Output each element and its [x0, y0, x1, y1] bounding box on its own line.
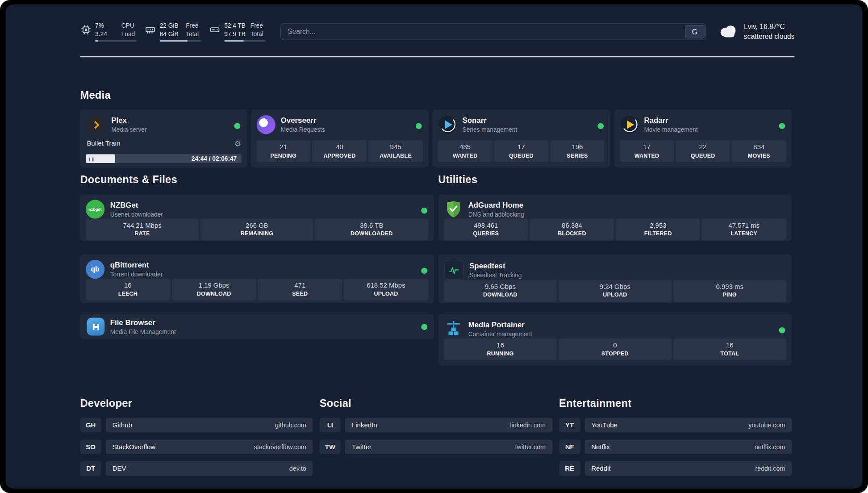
link-icon-linkedin[interactable]: LI: [320, 418, 341, 432]
stat-value: 471: [259, 281, 341, 290]
stat-label: UPLOAD: [345, 290, 427, 297]
filebrowser-icon: [87, 318, 104, 336]
status-dot: [597, 123, 604, 129]
pause-icon[interactable]: [89, 154, 94, 163]
ram-total-value: 64 GiB: [160, 30, 182, 38]
disk-free-value: 52.4 TB: [224, 22, 246, 30]
app-card-plex[interactable]: Plex Media server Bullet Train ⚙ 24:44 /…: [80, 109, 246, 167]
app-subtitle: Speedtest Tracking: [469, 271, 522, 279]
link-row: LI LinkedIn linkedin.com: [320, 418, 552, 432]
link-icon-twitter[interactable]: TW: [320, 439, 341, 454]
cpu-label: CPU: [121, 22, 135, 30]
link-icon-youtube[interactable]: YT: [559, 418, 580, 432]
link-github[interactable]: Github github.com: [106, 418, 313, 432]
stat-label: DOWNLOAD: [173, 290, 255, 297]
disk-free-label: Free: [250, 22, 263, 30]
stat-tile: 0 STOPPED: [559, 338, 672, 360]
stat-tile: 196 SERIES: [550, 140, 605, 162]
qbittorrent-icon: qb: [86, 260, 104, 279]
app-card-nzbget[interactable]: nzbget NZBGet Usenet downloader 744.21 M…: [80, 194, 434, 241]
stats-row: 485 WANTED 17 QUEUED 196 SERIES: [438, 140, 605, 162]
stats-row: 21 PENDING 40 APPROVED 945 AVAILABLE: [256, 140, 423, 162]
stat-tile: 16 TOTAL: [673, 338, 786, 360]
disk-monitor: 52.4 TB 97.9 TB Free Total: [209, 22, 266, 42]
link-row: DT DEV dev.to: [80, 461, 313, 476]
search-box: G: [280, 23, 706, 40]
link-name: YouTube: [591, 421, 618, 429]
stat-tile: 39.6 TB DOWNLOADED: [315, 219, 428, 240]
stat-value: 744.21 Mbps: [87, 221, 197, 230]
link-url: netflix.com: [755, 443, 785, 450]
app-name: Overseerr: [281, 116, 325, 125]
section-title-social: Social: [320, 396, 552, 410]
app-subtitle: Media server: [111, 125, 146, 134]
stat-label: FILTERED: [617, 230, 699, 238]
app-card-portainer[interactable]: Media Portainer Container management 16 …: [438, 314, 792, 366]
app-card-sonarr[interactable]: Sonarr Series management 485 WANTED 17 Q…: [432, 109, 610, 167]
stat-label: RUNNING: [445, 350, 555, 357]
link-stackoverflow[interactable]: StackOverflow stackoverflow.com: [106, 439, 313, 454]
ram-monitor: 22 GiB 64 GiB Free Total: [145, 22, 201, 42]
overseerr-icon: [256, 115, 275, 134]
stat-value: 16: [87, 281, 169, 290]
app-card-adguard[interactable]: AdGuard Home DNS and adblocking 498,461 …: [438, 194, 792, 241]
app-name: Speedtest: [469, 261, 522, 271]
weather-condition: scattered clouds: [744, 32, 794, 42]
section-entertainment: Entertainment YT YouTube youtube.com NF …: [559, 396, 792, 483]
section-title-documents: Documents & Files: [80, 172, 434, 187]
stats-row: 17 WANTED 22 QUEUED 834 MOVIES: [620, 140, 786, 162]
stat-value: 945: [370, 142, 422, 151]
app-card-filebrowser[interactable]: File Browser Media File Management: [80, 314, 434, 339]
app-card-radarr[interactable]: Radarr Movie management 17 WANTED 22 QUE…: [614, 109, 792, 167]
gear-icon[interactable]: ⚙: [234, 140, 242, 147]
stat-value: 9.65 Gbps: [445, 282, 555, 291]
link-linkedin[interactable]: LinkedIn linkedin.com: [345, 418, 552, 432]
now-playing-title: Bullet Train: [87, 140, 120, 147]
app-card-qbittorrent[interactable]: qb qBittorrent Torrent downloader 16 LEE…: [80, 254, 434, 303]
link-name: DEV: [113, 465, 126, 472]
stat-label: QUERIES: [445, 230, 527, 238]
link-icon-dev[interactable]: DT: [80, 461, 101, 476]
app-name: Radarr: [644, 116, 697, 125]
status-dot: [779, 327, 785, 334]
link-netflix[interactable]: Netflix netflix.com: [584, 439, 792, 454]
link-icon-github[interactable]: GH: [80, 418, 101, 432]
stat-value: 485: [439, 142, 491, 151]
status-dot: [421, 267, 427, 274]
stats-row: 16 RUNNING 0 STOPPED 16 TOTAL: [444, 338, 786, 360]
stat-label: PENDING: [257, 152, 309, 159]
link-dev[interactable]: DEV dev.to: [106, 461, 313, 476]
link-icon-stackoverflow[interactable]: SO: [80, 439, 101, 454]
stat-tile: 40 APPROVED: [313, 140, 367, 162]
stat-label: PING: [674, 291, 785, 299]
stats-row: 498,461 QUERIES 86,384 BLOCKED 2,953 FIL…: [444, 219, 786, 240]
stat-tile: 21 PENDING: [256, 140, 311, 162]
search-input[interactable]: [280, 23, 706, 40]
link-reddit[interactable]: Reddit reddit.com: [584, 461, 792, 476]
app-card-overseerr[interactable]: Overseerr Media Requests 21 PENDING 40 A…: [250, 109, 428, 167]
stat-tile: 16 LEECH: [86, 279, 170, 300]
link-twitter[interactable]: Twitter twitter.com: [345, 439, 552, 454]
link-url: twitter.com: [515, 443, 546, 450]
stat-label: MOVIES: [733, 152, 785, 159]
link-youtube[interactable]: YouTube youtube.com: [584, 418, 792, 432]
disk-total-label: Total: [250, 30, 263, 38]
app-subtitle: Media Requests: [281, 125, 325, 134]
radarr-icon: [620, 115, 638, 134]
weather-widget: Lviv, 16.87°C scattered clouds: [718, 21, 795, 42]
nzbget-icon: nzbget: [86, 200, 104, 218]
stat-value: 2,953: [617, 221, 699, 230]
section-media: Media Plex Media server Bullet Train ⚙: [80, 88, 792, 167]
media-card-row: Plex Media server Bullet Train ⚙ 24:44 /…: [80, 109, 792, 167]
disk-usage-bar: [224, 40, 266, 42]
search-engine-button[interactable]: G: [685, 25, 705, 38]
link-icon-reddit[interactable]: RE: [559, 461, 580, 476]
stat-label: WANTED: [439, 152, 491, 159]
section-developer: Developer GH Github github.com SO StackO…: [80, 396, 313, 483]
stat-label: AVAILABLE: [370, 152, 422, 159]
link-icon-netflix[interactable]: NF: [559, 439, 580, 454]
app-card-speedtest[interactable]: Speedtest Speedtest Tracking 9.65 Gbps D…: [438, 254, 792, 303]
stat-label: QUEUED: [677, 152, 729, 159]
stat-value: 834: [733, 142, 785, 151]
status-dot: [234, 123, 240, 129]
